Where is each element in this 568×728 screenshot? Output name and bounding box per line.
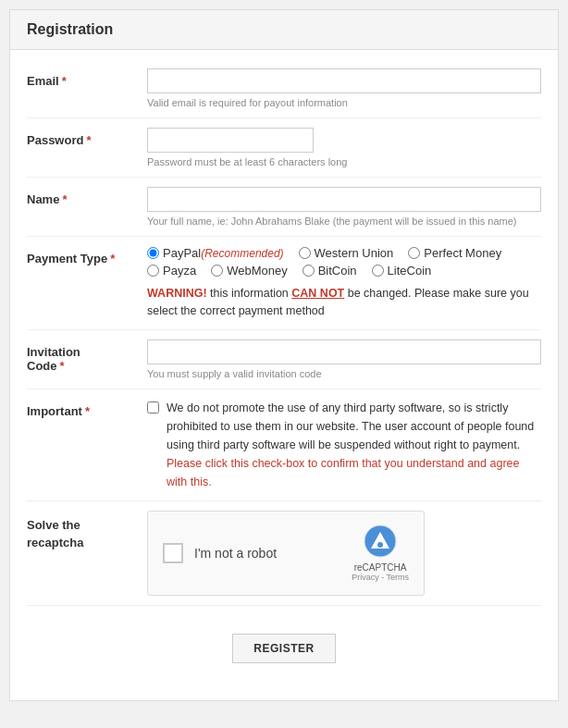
password-label: Password* [27, 128, 147, 147]
payment-type-row: Payment Type* PayPal(Recommended) Wester… [27, 237, 541, 330]
svg-point-1 [377, 542, 383, 548]
payment-row-2: Payza WebMoney BitCoin LiteCoin [147, 264, 541, 278]
webmoney-radio[interactable] [211, 265, 223, 277]
important-checkbox[interactable] [147, 401, 159, 413]
western-union-option[interactable]: Western Union [299, 246, 394, 260]
important-row: Important* We do not promote the use of … [27, 389, 541, 501]
form-title: Registration [10, 10, 558, 50]
bitcoin-radio[interactable] [303, 265, 315, 277]
register-row: REGISTER [27, 606, 541, 672]
recaptcha-links: Privacy - Terms [352, 573, 409, 582]
webmoney-option[interactable]: WebMoney [211, 264, 288, 278]
captcha-right: reCAPTCHA Privacy - Terms [352, 524, 409, 582]
important-input-col: We do not promote the use of any third p… [147, 399, 541, 491]
bitcoin-option[interactable]: BitCoin [303, 264, 357, 278]
perfect-money-radio[interactable] [408, 247, 420, 259]
litecoin-radio[interactable] [372, 265, 384, 277]
name-input[interactable] [147, 187, 541, 212]
payment-row-1: PayPal(Recommended) Western Union Perfec… [147, 246, 541, 260]
important-label: Important* [27, 399, 147, 418]
email-hint: Valid email is required for payout infor… [147, 97, 541, 108]
email-label: Email* [27, 68, 147, 88]
required-star: * [85, 404, 90, 418]
paypal-option[interactable]: PayPal(Recommended) [147, 246, 284, 260]
paypal-radio[interactable] [147, 247, 159, 259]
payment-type-input-col: PayPal(Recommended) Western Union Perfec… [147, 246, 541, 320]
form-body: Email* Valid email is required for payou… [10, 50, 558, 682]
email-input[interactable] [147, 68, 541, 93]
required-star: * [110, 252, 115, 265]
password-input[interactable] [147, 128, 314, 153]
required-star: * [86, 133, 91, 147]
invitation-code-hint: You must supply a valid invitation code [147, 368, 541, 379]
invitation-code-input-col: You must supply a valid invitation code [147, 339, 541, 379]
required-star: * [60, 359, 65, 373]
name-hint: Your full name, ie: John Abrahams Blake … [147, 216, 541, 227]
password-row: Password* Password must be at least 6 ch… [27, 118, 541, 178]
recaptcha-logo-icon [364, 524, 397, 558]
required-star: * [62, 192, 67, 206]
payment-warning: WARNING! this information CAN NOT be cha… [147, 285, 541, 320]
password-hint: Password must be at least 6 characters l… [147, 156, 541, 167]
payment-type-label: Payment Type* [27, 246, 147, 265]
registration-form: Registration Email* Valid email is requi… [9, 9, 559, 701]
name-input-col: Your full name, ie: John Abrahams Blake … [147, 187, 541, 227]
invitation-code-row: InvitationCode* You must supply a valid … [27, 330, 541, 389]
payza-radio[interactable] [147, 265, 159, 277]
email-row: Email* Valid email is required for payou… [27, 59, 541, 118]
captcha-box: I'm not a robot reCAPTCHA Privacy - Term… [147, 511, 425, 596]
password-input-col: Password must be at least 6 characters l… [147, 128, 541, 167]
name-label: Name* [27, 187, 147, 206]
captcha-not-robot: I'm not a robot [194, 546, 277, 561]
important-checkbox-row: We do not promote the use of any third p… [147, 399, 541, 491]
register-button[interactable]: REGISTER [232, 634, 335, 663]
email-input-col: Valid email is required for payout infor… [147, 68, 541, 108]
recaptcha-brand: reCAPTCHA [352, 562, 409, 573]
captcha-left: I'm not a robot [163, 543, 277, 563]
western-union-radio[interactable] [299, 247, 311, 259]
required-star: * [62, 74, 67, 88]
name-row: Name* Your full name, ie: John Abrahams … [27, 178, 541, 237]
invitation-code-label: InvitationCode* [27, 339, 147, 373]
perfect-money-option[interactable]: Perfect Money [408, 246, 501, 260]
captcha-row: Solve the recaptcha I'm not a robot [27, 501, 541, 606]
captcha-check-box[interactable] [163, 543, 183, 563]
captcha-label: Solve the recaptcha [27, 511, 147, 552]
captcha-input-col: I'm not a robot reCAPTCHA Privacy - Term… [147, 511, 541, 596]
payza-option[interactable]: Payza [147, 264, 196, 278]
invitation-code-input[interactable] [147, 339, 541, 364]
litecoin-option[interactable]: LiteCoin [372, 264, 432, 278]
